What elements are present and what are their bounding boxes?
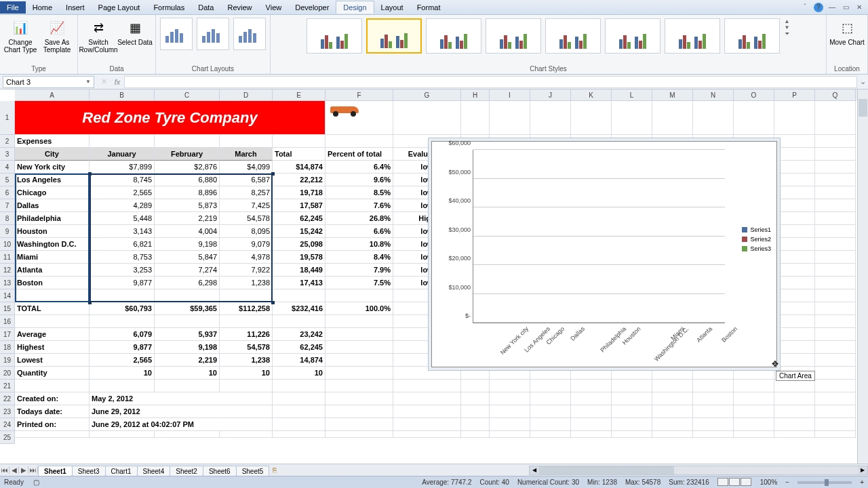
cell[interactable] <box>273 135 326 148</box>
cell[interactable] <box>774 328 815 341</box>
column-header[interactable]: F <box>326 89 393 101</box>
cell[interactable]: Lowest <box>15 354 90 367</box>
cell[interactable] <box>90 431 155 438</box>
cell[interactable] <box>530 405 571 418</box>
cell[interactable]: 8,257 <box>220 186 273 199</box>
zoom-slider[interactable] <box>797 481 852 484</box>
cell[interactable]: 9.6% <box>326 174 393 186</box>
cell[interactable]: 1,238 <box>220 277 273 289</box>
cell[interactable] <box>774 264 815 277</box>
embedded-chart[interactable]: $-$10,000$20,000$30,000$40,000$50,000$60… <box>431 141 777 367</box>
cell[interactable] <box>461 380 490 392</box>
cell[interactable]: 19,578 <box>273 251 326 264</box>
chart-layout-thumb[interactable] <box>197 18 229 50</box>
cell[interactable] <box>530 431 571 438</box>
cell[interactable] <box>774 277 815 289</box>
cell[interactable]: $14,874 <box>273 161 326 174</box>
cell[interactable] <box>490 405 530 418</box>
cell[interactable] <box>815 418 856 431</box>
cell[interactable] <box>530 392 571 405</box>
horizontal-scrollbar[interactable]: ◀ ▶ <box>529 466 868 475</box>
cell[interactable]: Total <box>273 148 326 161</box>
cell[interactable] <box>571 101 612 135</box>
cell[interactable] <box>815 135 856 148</box>
cell[interactable]: 10 <box>155 367 220 380</box>
cell[interactable] <box>774 431 815 438</box>
cell[interactable]: February <box>155 148 220 161</box>
cell[interactable]: $4,099 <box>220 161 273 174</box>
cell[interactable] <box>774 251 815 264</box>
cell[interactable] <box>815 277 856 289</box>
cell[interactable]: 8.5% <box>326 186 393 199</box>
row-header[interactable]: 23 <box>0 405 15 418</box>
cell[interactable] <box>815 354 856 367</box>
cell[interactable] <box>612 367 652 380</box>
cell[interactable]: Average <box>15 328 90 341</box>
cell[interactable] <box>393 418 461 431</box>
row-header[interactable]: 5 <box>0 174 15 186</box>
cell[interactable] <box>774 174 815 186</box>
column-header[interactable]: L <box>612 89 652 101</box>
tab-developer[interactable]: Developer <box>288 1 336 14</box>
cell[interactable] <box>220 431 273 438</box>
cell[interactable]: 9,079 <box>220 238 273 251</box>
cell[interactable] <box>490 431 530 438</box>
row-header[interactable]: 10 <box>0 238 15 251</box>
cell[interactable] <box>774 315 815 328</box>
new-sheet-icon[interactable]: ⎘ <box>269 466 281 474</box>
cell[interactable] <box>90 135 155 148</box>
column-header[interactable]: P <box>774 89 815 101</box>
cell[interactable] <box>734 380 774 392</box>
cell[interactable]: 19,718 <box>273 186 326 199</box>
cell[interactable]: 2,219 <box>155 212 220 225</box>
cell[interactable] <box>571 392 612 405</box>
cell[interactable] <box>220 289 273 302</box>
cell[interactable]: 7,922 <box>220 264 273 277</box>
cell[interactable] <box>326 135 393 148</box>
cell[interactable] <box>815 302 856 315</box>
cell[interactable] <box>652 418 693 431</box>
cell[interactable]: January <box>90 148 155 161</box>
cell[interactable]: 4,289 <box>90 199 155 212</box>
cell[interactable] <box>273 392 326 405</box>
cell[interactable]: Red Zone Tyre Company <box>15 101 326 135</box>
cell[interactable]: 54,578 <box>220 341 273 354</box>
cell[interactable]: Boston <box>15 277 90 289</box>
cell[interactable] <box>612 431 652 438</box>
cell[interactable] <box>461 392 490 405</box>
chart-style-thumb[interactable] <box>665 18 720 54</box>
sheet-tab[interactable]: Sheet4 <box>137 466 171 476</box>
cell[interactable]: City <box>15 148 90 161</box>
cell[interactable]: Percent of total <box>326 148 393 161</box>
column-header[interactable]: N <box>693 89 734 101</box>
sheet-tab[interactable]: Chart1 <box>105 466 138 476</box>
cell[interactable]: Todays date: <box>15 405 90 418</box>
column-header[interactable]: Q <box>815 89 856 101</box>
cell[interactable] <box>612 101 652 135</box>
cell[interactable]: 8,753 <box>90 251 155 264</box>
cell[interactable] <box>815 161 856 174</box>
cell[interactable] <box>652 405 693 418</box>
cell[interactable]: 4,004 <box>155 225 220 238</box>
cell[interactable]: 17,413 <box>273 277 326 289</box>
cell[interactable]: 14,874 <box>273 354 326 367</box>
cell[interactable] <box>815 238 856 251</box>
cell[interactable] <box>155 289 220 302</box>
restore-icon[interactable]: ▭ <box>841 3 850 12</box>
macro-record-icon[interactable]: ▢ <box>33 479 39 486</box>
cell[interactable] <box>815 101 856 135</box>
cell[interactable]: 8,896 <box>155 186 220 199</box>
cell[interactable]: 1,238 <box>220 354 273 367</box>
cell[interactable] <box>815 264 856 277</box>
cell[interactable] <box>326 354 393 367</box>
cell[interactable] <box>90 289 155 302</box>
cell[interactable] <box>774 135 815 148</box>
cell[interactable] <box>490 367 530 380</box>
column-header[interactable]: O <box>734 89 774 101</box>
column-header[interactable]: I <box>490 89 530 101</box>
tab-layout[interactable]: Layout <box>374 1 410 14</box>
sheet-tab[interactable]: Sheet3 <box>72 466 106 476</box>
cell[interactable]: March <box>220 148 273 161</box>
chart-style-scroll[interactable]: ▲▼⏷ <box>783 16 792 39</box>
cell[interactable]: TOTAL <box>15 302 90 315</box>
